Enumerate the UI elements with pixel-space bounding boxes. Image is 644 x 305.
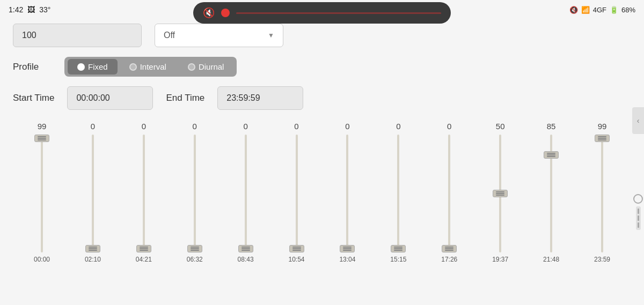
slider-thumb-6[interactable] [340, 245, 355, 252]
slider-track-container-10 [543, 135, 560, 252]
slider-value-9: 50 [496, 121, 505, 132]
slider-track-container-7 [390, 135, 407, 252]
slider-track-container-2 [135, 135, 152, 252]
slider-time-3: 06:32 [187, 256, 203, 263]
slider-value-7: 0 [396, 121, 400, 132]
slider-track-container-0 [33, 135, 50, 252]
slider-track-8 [448, 135, 450, 252]
status-right: 🔇 📶 4GF 🔋 68% [569, 6, 635, 14]
slider-value-5: 0 [294, 121, 298, 132]
slider-time-5: 10:54 [289, 256, 305, 263]
tab-diurnal-label: Diurnal [199, 62, 224, 71]
record-timeline [236, 12, 441, 14]
tab-diurnal[interactable]: Diurnal [178, 59, 234, 75]
time-row: Start Time End Time [13, 86, 631, 110]
slider-time-1: 02:10 [85, 256, 101, 263]
slider-col-10: 8521:48 [528, 121, 575, 263]
start-time-label: Start Time [13, 93, 54, 103]
slider-time-9: 19:37 [492, 256, 508, 263]
value-input[interactable] [13, 24, 142, 47]
start-time-input[interactable] [67, 86, 153, 110]
slider-col-3: 006:32 [171, 121, 218, 263]
record-dot [221, 9, 230, 17]
mute-status-icon: 🔇 [569, 6, 578, 14]
slider-track-container-8 [441, 135, 458, 252]
slider-time-4: 08:43 [238, 256, 254, 263]
profile-row: Profile Fixed Interval Diurnal [13, 57, 631, 77]
slider-time-7: 15:15 [390, 256, 406, 263]
slider-time-2: 04:21 [136, 256, 152, 263]
recording-bar: 🔇 [193, 2, 451, 24]
slider-value-8: 0 [447, 121, 451, 132]
tab-fixed[interactable]: Fixed [68, 59, 118, 75]
slider-col-11: 9923:59 [579, 121, 626, 263]
top-row: Off ▼ [13, 24, 631, 47]
slider-track-0 [41, 135, 43, 252]
time-display: 1:42 [9, 5, 23, 14]
slider-thumb-4[interactable] [238, 245, 253, 252]
slider-thumb-2[interactable] [136, 245, 151, 252]
slider-thumb-8[interactable] [442, 245, 457, 252]
slider-thumb-10[interactable] [544, 151, 559, 159]
slider-track-container-6 [339, 135, 356, 252]
slider-col-0: 9900:00 [18, 121, 65, 263]
slider-value-3: 0 [193, 121, 197, 132]
slider-track-container-9 [492, 135, 509, 252]
slider-value-11: 99 [598, 121, 607, 132]
slider-time-10: 21:48 [543, 256, 559, 263]
slider-track-6 [346, 135, 348, 252]
slider-time-8: 17:26 [441, 256, 457, 263]
slider-col-2: 004:21 [120, 121, 167, 263]
slider-track-container-11 [594, 135, 611, 252]
radio-diurnal [188, 63, 195, 71]
nav-circle[interactable] [633, 194, 643, 204]
off-dropdown[interactable]: Off ▼ [155, 24, 283, 47]
nav-bars[interactable] [636, 206, 641, 230]
slider-col-5: 010:54 [273, 121, 320, 263]
slider-track-1 [92, 135, 94, 252]
sliders-area: 9900:00002:10004:21006:32008:43010:54013… [13, 121, 631, 287]
slider-track-container-5 [288, 135, 305, 252]
slider-thumb-1[interactable] [85, 245, 100, 252]
slider-thumb-3[interactable] [187, 245, 202, 252]
slider-track-container-3 [186, 135, 203, 252]
slider-time-6: 13:04 [339, 256, 355, 263]
slider-track-container-4 [237, 135, 254, 252]
slider-thumb-7[interactable] [391, 245, 406, 252]
slider-time-11: 23:59 [594, 256, 610, 263]
wifi-icon: 📶 [581, 6, 590, 14]
photo-icon: 🖼 [27, 5, 35, 14]
slider-track-2 [143, 135, 145, 252]
slider-value-1: 0 [91, 121, 95, 132]
slider-track-7 [397, 135, 399, 252]
slider-col-1: 002:10 [69, 121, 116, 263]
tab-interval[interactable]: Interval [120, 59, 176, 75]
slider-track-4 [245, 135, 247, 252]
slider-value-4: 0 [243, 121, 247, 132]
mute-icon: 🔇 [203, 7, 215, 19]
slider-track-11 [601, 135, 603, 252]
chevron-down-icon: ▼ [268, 32, 274, 39]
nav-back-arrow[interactable]: ‹ [632, 107, 644, 134]
dropdown-value: Off [164, 31, 175, 40]
radio-fixed [77, 63, 85, 71]
slider-thumb-5[interactable] [289, 245, 304, 252]
slider-col-8: 017:26 [426, 121, 473, 263]
slider-col-6: 013:04 [324, 121, 371, 263]
end-time-input[interactable] [217, 86, 303, 110]
slider-col-9: 5019:37 [477, 121, 524, 263]
profile-tabs: Fixed Interval Diurnal [64, 57, 237, 77]
slider-thumb-0[interactable] [34, 135, 49, 142]
battery-level: 68% [621, 6, 635, 14]
battery-icon: 🔋 [610, 6, 618, 14]
end-time-label: End Time [166, 93, 204, 103]
tab-interval-label: Interval [140, 62, 166, 71]
slider-thumb-11[interactable] [595, 135, 610, 142]
main-content: Off ▼ Profile Fixed Interval Diurnal Sta… [0, 19, 644, 287]
status-left: 1:42 🖼 33° [9, 5, 50, 14]
slider-thumb-9[interactable] [493, 190, 508, 197]
temperature-display: 33° [39, 5, 50, 14]
slider-value-10: 85 [547, 121, 556, 132]
bottom-nav [633, 194, 643, 230]
signal-label: 4GF [593, 6, 606, 14]
